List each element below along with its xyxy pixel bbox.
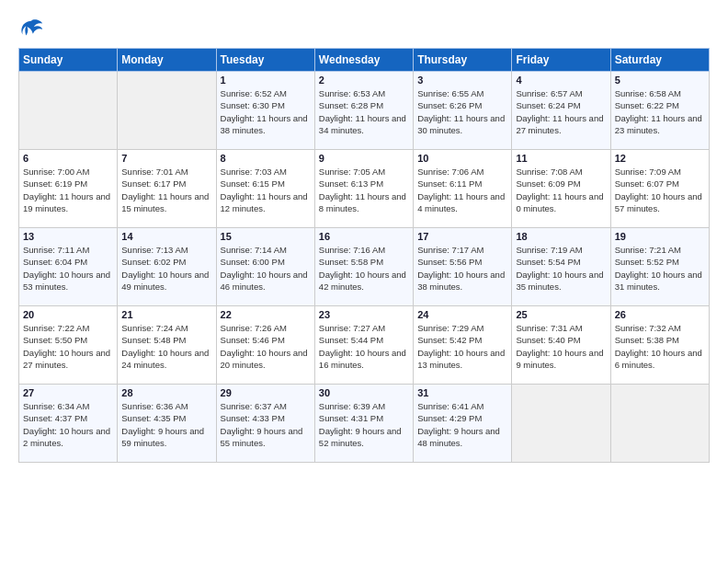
- calendar-cell: [19, 72, 118, 150]
- calendar-cell: 3Sunrise: 6:55 AM Sunset: 6:26 PM Daylig…: [414, 72, 512, 150]
- calendar-cell: 7Sunrise: 7:01 AM Sunset: 6:17 PM Daylig…: [118, 150, 216, 228]
- calendar-cell: 17Sunrise: 7:17 AM Sunset: 5:56 PM Dayli…: [414, 228, 512, 306]
- day-info: Sunrise: 7:21 AM Sunset: 5:52 PM Dayligh…: [615, 244, 705, 293]
- day-info: Sunrise: 7:32 AM Sunset: 5:38 PM Dayligh…: [615, 322, 705, 371]
- calendar-cell: 22Sunrise: 7:26 AM Sunset: 5:46 PM Dayli…: [216, 306, 314, 385]
- day-info: Sunrise: 6:36 AM Sunset: 4:35 PM Dayligh…: [121, 400, 211, 449]
- day-info: Sunrise: 7:17 AM Sunset: 5:56 PM Dayligh…: [417, 244, 507, 293]
- calendar-week-row: 13Sunrise: 7:11 AM Sunset: 6:04 PM Dayli…: [19, 228, 710, 306]
- day-number: 22: [221, 309, 311, 320]
- day-number: 25: [516, 309, 606, 320]
- calendar-cell: 21Sunrise: 7:24 AM Sunset: 5:48 PM Dayli…: [118, 306, 216, 385]
- day-number: 21: [121, 309, 211, 320]
- calendar-cell: [512, 385, 610, 463]
- calendar-cell: 8Sunrise: 7:03 AM Sunset: 6:15 PM Daylig…: [216, 150, 314, 228]
- day-info: Sunrise: 7:13 AM Sunset: 6:02 PM Dayligh…: [121, 244, 211, 293]
- day-info: Sunrise: 7:22 AM Sunset: 5:50 PM Dayligh…: [23, 322, 113, 371]
- day-info: Sunrise: 7:19 AM Sunset: 5:54 PM Dayligh…: [516, 244, 606, 293]
- day-info: Sunrise: 6:41 AM Sunset: 4:29 PM Dayligh…: [417, 400, 507, 449]
- day-info: Sunrise: 7:01 AM Sunset: 6:17 PM Dayligh…: [121, 166, 211, 214]
- calendar-cell: 1Sunrise: 6:52 AM Sunset: 6:30 PM Daylig…: [216, 72, 314, 150]
- calendar-cell: 13Sunrise: 7:11 AM Sunset: 6:04 PM Dayli…: [19, 228, 118, 306]
- weekday-header: Sunday: [19, 49, 118, 72]
- calendar-cell: 12Sunrise: 7:09 AM Sunset: 6:07 PM Dayli…: [610, 150, 709, 228]
- day-number: 14: [121, 231, 211, 242]
- day-info: Sunrise: 6:58 AM Sunset: 6:22 PM Dayligh…: [615, 87, 705, 136]
- day-number: 6: [23, 153, 113, 164]
- day-number: 17: [417, 231, 507, 242]
- day-info: Sunrise: 6:37 AM Sunset: 4:33 PM Dayligh…: [221, 400, 311, 449]
- day-number: 16: [319, 231, 409, 242]
- day-info: Sunrise: 7:27 AM Sunset: 5:44 PM Dayligh…: [319, 322, 409, 371]
- calendar-cell: 14Sunrise: 7:13 AM Sunset: 6:02 PM Dayli…: [118, 228, 216, 306]
- calendar-cell: 29Sunrise: 6:37 AM Sunset: 4:33 PM Dayli…: [216, 385, 314, 463]
- day-number: 7: [121, 153, 211, 164]
- calendar-table: SundayMondayTuesdayWednesdayThursdayFrid…: [18, 48, 710, 463]
- calendar-cell: 9Sunrise: 7:05 AM Sunset: 6:13 PM Daylig…: [314, 150, 413, 228]
- day-info: Sunrise: 7:08 AM Sunset: 6:09 PM Dayligh…: [516, 166, 606, 214]
- day-number: 4: [516, 75, 606, 86]
- calendar-cell: 31Sunrise: 6:41 AM Sunset: 4:29 PM Dayli…: [414, 385, 512, 463]
- calendar-cell: 28Sunrise: 6:36 AM Sunset: 4:35 PM Dayli…: [118, 385, 216, 463]
- day-number: 5: [615, 75, 705, 86]
- day-info: Sunrise: 7:31 AM Sunset: 5:40 PM Dayligh…: [516, 322, 606, 371]
- day-number: 10: [417, 153, 507, 164]
- day-number: 24: [417, 309, 507, 320]
- day-number: 27: [23, 387, 113, 398]
- day-info: Sunrise: 7:00 AM Sunset: 6:19 PM Dayligh…: [23, 166, 113, 214]
- day-info: Sunrise: 7:24 AM Sunset: 5:48 PM Dayligh…: [121, 322, 211, 371]
- day-info: Sunrise: 7:29 AM Sunset: 5:42 PM Dayligh…: [417, 322, 507, 371]
- day-info: Sunrise: 7:03 AM Sunset: 6:15 PM Dayligh…: [221, 166, 311, 214]
- day-number: 19: [615, 231, 705, 242]
- calendar-cell: 6Sunrise: 7:00 AM Sunset: 6:19 PM Daylig…: [19, 150, 118, 228]
- day-info: Sunrise: 6:55 AM Sunset: 6:26 PM Dayligh…: [417, 87, 507, 136]
- calendar-cell: [118, 72, 216, 150]
- day-info: Sunrise: 6:52 AM Sunset: 6:30 PM Dayligh…: [221, 87, 311, 136]
- day-info: Sunrise: 7:09 AM Sunset: 6:07 PM Dayligh…: [615, 166, 705, 214]
- weekday-header: Wednesday: [314, 49, 413, 72]
- calendar-cell: 2Sunrise: 6:53 AM Sunset: 6:28 PM Daylig…: [314, 72, 413, 150]
- calendar-cell: [610, 385, 709, 463]
- calendar-cell: 15Sunrise: 7:14 AM Sunset: 6:00 PM Dayli…: [216, 228, 314, 306]
- weekday-header-row: SundayMondayTuesdayWednesdayThursdayFrid…: [19, 49, 710, 72]
- weekday-header: Saturday: [610, 49, 709, 72]
- day-number: 31: [417, 387, 507, 398]
- weekday-header: Thursday: [414, 49, 512, 72]
- day-number: 15: [221, 231, 311, 242]
- day-number: 1: [221, 75, 311, 86]
- calendar-cell: 18Sunrise: 7:19 AM Sunset: 5:54 PM Dayli…: [512, 228, 610, 306]
- calendar-cell: 20Sunrise: 7:22 AM Sunset: 5:50 PM Dayli…: [19, 306, 118, 385]
- day-number: 12: [615, 153, 705, 164]
- day-number: 9: [319, 153, 409, 164]
- weekday-header: Friday: [512, 49, 610, 72]
- day-number: 29: [221, 387, 311, 398]
- logo-icon: [18, 17, 44, 42]
- calendar-week-row: 6Sunrise: 7:00 AM Sunset: 6:19 PM Daylig…: [19, 150, 710, 228]
- calendar-cell: 19Sunrise: 7:21 AM Sunset: 5:52 PM Dayli…: [610, 228, 709, 306]
- page: SundayMondayTuesdayWednesdayThursdayFrid…: [0, 0, 728, 472]
- day-info: Sunrise: 6:53 AM Sunset: 6:28 PM Dayligh…: [319, 87, 409, 136]
- day-number: 18: [516, 231, 606, 242]
- day-info: Sunrise: 7:06 AM Sunset: 6:11 PM Dayligh…: [417, 166, 507, 214]
- calendar-cell: 24Sunrise: 7:29 AM Sunset: 5:42 PM Dayli…: [414, 306, 512, 385]
- calendar-cell: 23Sunrise: 7:27 AM Sunset: 5:44 PM Dayli…: [314, 306, 413, 385]
- calendar-cell: 26Sunrise: 7:32 AM Sunset: 5:38 PM Dayli…: [610, 306, 709, 385]
- day-number: 11: [516, 153, 606, 164]
- calendar-cell: 30Sunrise: 6:39 AM Sunset: 4:31 PM Dayli…: [314, 385, 413, 463]
- day-number: 20: [23, 309, 113, 320]
- calendar-cell: 27Sunrise: 6:34 AM Sunset: 4:37 PM Dayli…: [19, 385, 118, 463]
- calendar-cell: 25Sunrise: 7:31 AM Sunset: 5:40 PM Dayli…: [512, 306, 610, 385]
- calendar-cell: 5Sunrise: 6:58 AM Sunset: 6:22 PM Daylig…: [610, 72, 709, 150]
- day-info: Sunrise: 7:05 AM Sunset: 6:13 PM Dayligh…: [319, 166, 409, 214]
- day-info: Sunrise: 6:39 AM Sunset: 4:31 PM Dayligh…: [319, 400, 409, 449]
- day-number: 13: [23, 231, 113, 242]
- day-number: 28: [121, 387, 211, 398]
- day-number: 2: [319, 75, 409, 86]
- day-number: 30: [319, 387, 409, 398]
- calendar-week-row: 1Sunrise: 6:52 AM Sunset: 6:30 PM Daylig…: [19, 72, 710, 150]
- day-number: 23: [319, 309, 409, 320]
- calendar-week-row: 27Sunrise: 6:34 AM Sunset: 4:37 PM Dayli…: [19, 385, 710, 463]
- calendar-cell: 16Sunrise: 7:16 AM Sunset: 5:58 PM Dayli…: [314, 228, 413, 306]
- day-number: 26: [615, 309, 705, 320]
- day-info: Sunrise: 7:14 AM Sunset: 6:00 PM Dayligh…: [221, 244, 311, 293]
